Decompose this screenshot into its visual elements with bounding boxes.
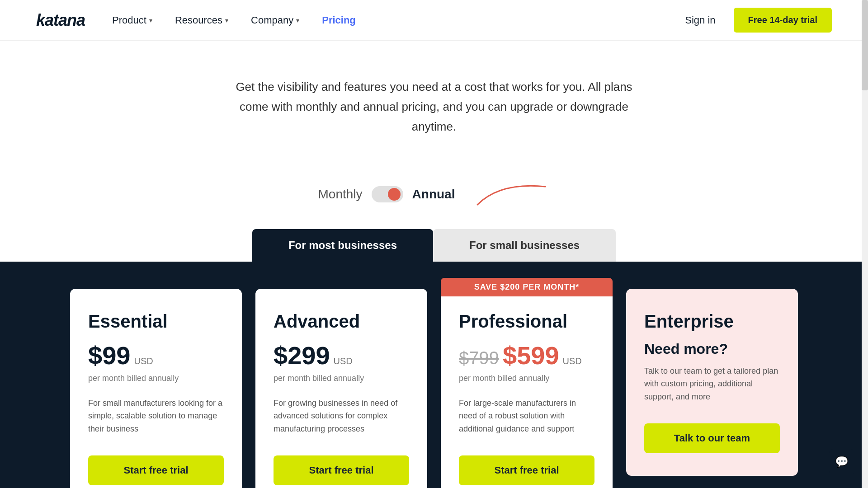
- plan-name-professional: Professional: [459, 311, 594, 332]
- chevron-down-icon: ▾: [225, 17, 228, 24]
- pricing-section: Essential $99 USD per month billed annua…: [0, 262, 868, 488]
- annual-label: Annual: [412, 187, 455, 202]
- plan-tabs: For most businesses For small businesses: [0, 229, 868, 262]
- plan-card-advanced: Advanced $299 USD per month billed annua…: [255, 289, 427, 488]
- price-row-advanced: $299 USD: [274, 341, 409, 370]
- cta-button-professional[interactable]: Start free trial: [459, 455, 594, 485]
- price-original-professional: $799: [459, 348, 499, 368]
- price-amount-essential: $99: [88, 341, 130, 370]
- monthly-label: Monthly: [318, 187, 363, 202]
- billing-toggle[interactable]: [372, 186, 403, 202]
- price-currency-professional: USD: [563, 356, 582, 366]
- billing-toggle-section: Monthly Annual: [0, 160, 868, 220]
- hero-description: Get the visibility and features you need…: [231, 77, 637, 137]
- navbar: katana Product ▾ Resources ▾ Company ▾ P…: [0, 0, 868, 41]
- price-period-essential: per month billed annually: [88, 374, 224, 383]
- plan-desc-professional: For large-scale manufacturers in need of…: [459, 397, 594, 437]
- enterprise-desc: Talk to our team to get a tailored plan …: [644, 365, 780, 405]
- cta-button-advanced[interactable]: Start free trial: [274, 455, 409, 485]
- chat-icon: 💬: [835, 455, 849, 468]
- plan-card-essential: Essential $99 USD per month billed annua…: [70, 289, 242, 488]
- tab-small-businesses[interactable]: For small businesses: [433, 229, 616, 262]
- nav-item-company[interactable]: Company ▾: [251, 14, 299, 26]
- nav-item-product[interactable]: Product ▾: [112, 14, 152, 26]
- pricing-cards: Essential $99 USD per month billed annua…: [36, 289, 832, 488]
- cta-button-enterprise[interactable]: Talk to our team: [644, 423, 780, 453]
- plan-desc-advanced: For growing businesses in need of advanc…: [274, 397, 409, 437]
- scrollbar-thumb[interactable]: [862, 0, 868, 90]
- price-currency-advanced: USD: [334, 356, 353, 366]
- toggle-knob: [388, 188, 401, 201]
- chevron-down-icon: ▾: [296, 17, 299, 24]
- price-period-advanced: per month billed annually: [274, 374, 409, 383]
- price-amount-advanced: $299: [274, 341, 330, 370]
- plan-name-essential: Essential: [88, 311, 224, 332]
- arrow-decoration: [473, 178, 550, 211]
- signin-button[interactable]: Sign in: [685, 14, 715, 26]
- plan-card-enterprise: Enterprise Need more? Talk to our team t…: [626, 289, 798, 476]
- nav-links: Product ▾ Resources ▾ Company ▾ Pricing: [112, 14, 685, 26]
- tab-most-businesses[interactable]: For most businesses: [252, 229, 433, 262]
- price-sale-professional: $599: [503, 341, 559, 370]
- scrollbar[interactable]: [862, 0, 868, 488]
- price-row-essential: $99 USD: [88, 341, 224, 370]
- hero-section: Get the visibility and features you need…: [0, 41, 868, 160]
- chevron-down-icon: ▾: [149, 17, 152, 24]
- chat-widget[interactable]: 💬: [829, 449, 854, 474]
- enterprise-need-label: Need more?: [644, 341, 780, 357]
- price-currency-essential: USD: [134, 356, 153, 366]
- brand-logo: katana: [36, 11, 85, 30]
- navbar-actions: Sign in Free 14-day trial: [685, 8, 832, 33]
- plan-badge-professional: SAVE $200 PER MONTH*: [441, 278, 613, 296]
- plan-desc-essential: For small manufacturers looking for a si…: [88, 397, 224, 437]
- nav-item-pricing[interactable]: Pricing: [322, 14, 356, 26]
- nav-item-resources[interactable]: Resources ▾: [175, 14, 228, 26]
- plan-name-advanced: Advanced: [274, 311, 409, 332]
- price-period-professional: per month billed annually: [459, 374, 594, 383]
- cta-button-essential[interactable]: Start free trial: [88, 455, 224, 485]
- free-trial-button[interactable]: Free 14-day trial: [734, 8, 832, 33]
- plan-card-professional: SAVE $200 PER MONTH* Professional $799 $…: [441, 289, 613, 488]
- price-row-professional: $799 $599 USD: [459, 341, 594, 370]
- plan-name-enterprise: Enterprise: [644, 311, 780, 332]
